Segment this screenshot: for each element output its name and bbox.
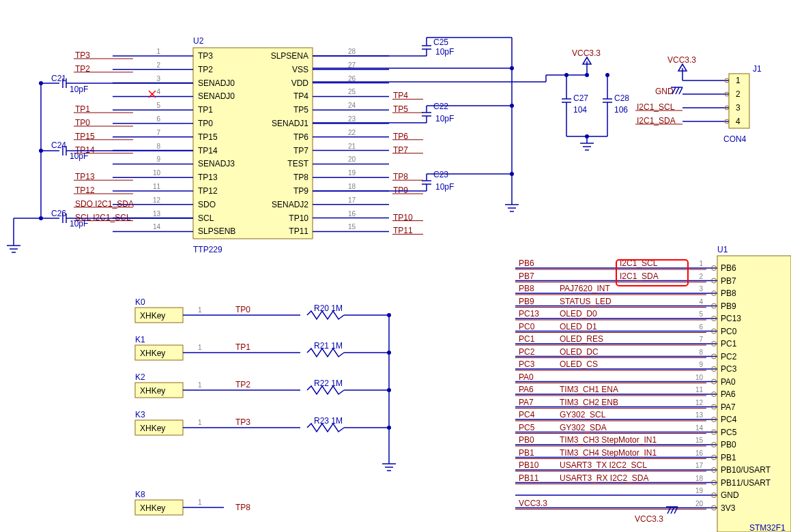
svg-text:OLED_D0: OLED_D0 — [560, 309, 597, 319]
svg-text:6: 6 — [699, 323, 703, 331]
cap-c25: C25 10pF — [313, 38, 512, 205]
svg-text:PB10/USART: PB10/USART — [721, 465, 771, 475]
svg-text:1: 1 — [198, 381, 202, 389]
svg-text:6: 6 — [156, 115, 160, 123]
svg-text:11: 11 — [153, 183, 161, 190]
svg-text:TP13: TP13 — [198, 173, 218, 182]
svg-text:C27: C27 — [573, 93, 588, 103]
svg-text:5: 5 — [156, 102, 160, 109]
svg-text:C21: C21 — [51, 74, 66, 83]
svg-text:10pF: 10pF — [70, 85, 88, 94]
svg-text:STATUS_LED: STATUS_LED — [560, 297, 612, 306]
svg-text:TP3: TP3 — [198, 51, 213, 61]
svg-text:14: 14 — [695, 424, 704, 432]
svg-text:8: 8 — [156, 143, 160, 150]
svg-text:20: 20 — [348, 156, 356, 163]
svg-text:SENADJ1: SENADJ1 — [272, 119, 308, 128]
svg-text:SENADJ2: SENADJ2 — [272, 200, 308, 209]
svg-text:TP8: TP8 — [293, 173, 308, 182]
svg-text:10pF: 10pF — [70, 219, 88, 228]
svg-text:TP12: TP12 — [198, 186, 218, 196]
svg-text:104: 104 — [573, 105, 587, 115]
svg-text:PB1: PB1 — [721, 453, 736, 462]
svg-text:SENADJ0: SENADJ0 — [198, 91, 235, 101]
svg-text:C25: C25 — [433, 38, 448, 47]
svg-text:PC5: PC5 — [519, 423, 535, 432]
svg-text:20: 20 — [695, 500, 704, 507]
u2-ref: U2 — [193, 36, 204, 46]
gnd-symbol-left — [7, 246, 20, 252]
svg-text:PC2: PC2 — [519, 347, 535, 357]
svg-text:OLED_RES: OLED_RES — [560, 334, 603, 344]
svg-text:TP1: TP1 — [198, 105, 213, 115]
svg-text:GND: GND — [655, 87, 674, 96]
svg-text:PC4: PC4 — [519, 410, 535, 419]
svg-text:XHKey: XHKey — [140, 349, 165, 358]
svg-text:12: 12 — [153, 196, 161, 204]
svg-text:1: 1 — [699, 260, 703, 267]
svg-text:TP1: TP1 — [235, 342, 250, 352]
u2-chip — [193, 48, 313, 239]
svg-text:K8: K8 — [135, 490, 145, 499]
svg-text:14: 14 — [153, 223, 161, 231]
svg-text:4: 4 — [699, 298, 703, 306]
svg-text:TP7: TP7 — [293, 146, 308, 156]
svg-point-201 — [585, 134, 589, 138]
svg-text:27: 27 — [348, 61, 356, 69]
svg-text:R20  1M: R20 1M — [314, 304, 343, 313]
svg-text:13: 13 — [695, 411, 704, 419]
svg-point-200 — [605, 73, 609, 77]
svg-text:28: 28 — [348, 48, 356, 55]
svg-text:1: 1 — [736, 76, 740, 85]
svg-text:PB9: PB9 — [519, 297, 534, 306]
svg-text:24: 24 — [348, 102, 356, 109]
cap-c27: C27 104 — [562, 75, 588, 136]
svg-point-174 — [510, 104, 514, 108]
cap-c21: C21 10pF — [41, 74, 193, 94]
svg-text:SCL: SCL — [198, 213, 214, 223]
svg-text:10: 10 — [153, 169, 161, 177]
svg-text:10: 10 — [695, 374, 704, 381]
svg-text:STM32F1: STM32F1 — [749, 523, 786, 532]
svg-text:8: 8 — [699, 349, 703, 356]
svg-text:OLED_CS: OLED_CS — [560, 359, 598, 369]
svg-text:PC13: PC13 — [721, 314, 741, 323]
svg-text:TP0: TP0 — [235, 305, 250, 314]
svg-text:18: 18 — [348, 183, 356, 190]
svg-text:TP4: TP4 — [293, 91, 308, 101]
svg-text:TP10: TP10 — [289, 213, 308, 223]
cap-c24: C24 10pF — [41, 141, 193, 161]
svg-text:PC3: PC3 — [721, 364, 737, 374]
svg-text:3: 3 — [736, 103, 740, 113]
svg-text:PC13: PC13 — [519, 309, 539, 319]
svg-text:12: 12 — [695, 399, 704, 407]
svg-text:PA6: PA6 — [519, 385, 534, 394]
svg-point-146 — [39, 216, 43, 220]
svg-text:SLPSENA: SLPSENA — [271, 51, 308, 61]
svg-text:TP15: TP15 — [198, 132, 218, 142]
svg-text:7: 7 — [156, 129, 160, 136]
svg-text:13: 13 — [153, 210, 161, 218]
svg-text:11: 11 — [695, 386, 704, 394]
svg-text:R21  1M: R21 1M — [314, 341, 343, 351]
svg-point-145 — [39, 149, 43, 153]
svg-text:R22  1M: R22 1M — [314, 379, 343, 388]
svg-text:10pF: 10pF — [435, 47, 454, 57]
svg-text:1: 1 — [198, 499, 202, 506]
cap-c23: C23 10pF — [313, 170, 512, 192]
svg-text:PA0: PA0 — [721, 377, 736, 387]
svg-text:TP0: TP0 — [198, 119, 213, 128]
key-k8: K8 XHKey 1 TP8 — [135, 490, 250, 515]
svg-text:GY302_SCL: GY302_SCL — [560, 410, 606, 419]
svg-text:1: 1 — [198, 306, 202, 314]
svg-text:10pF: 10pF — [70, 151, 88, 161]
svg-text:25: 25 — [348, 88, 356, 95]
svg-text:C23: C23 — [433, 170, 448, 179]
svg-text:PC0: PC0 — [721, 327, 737, 336]
svg-text:PB7: PB7 — [721, 276, 736, 286]
svg-text:PB11: PB11 — [519, 473, 539, 483]
svg-text:VDD: VDD — [291, 78, 309, 88]
svg-text:2: 2 — [699, 273, 703, 280]
svg-text:SDO: SDO — [198, 200, 216, 209]
svg-text:18: 18 — [695, 475, 704, 482]
